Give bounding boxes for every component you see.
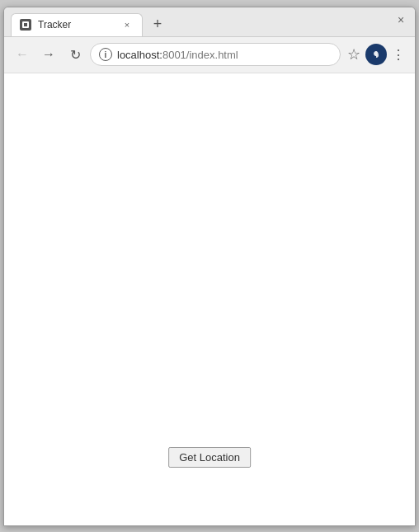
nav-bar: ← → ↻ i localhost:8001/index.html ☆ [4, 37, 415, 73]
active-tab[interactable]: Tracker × [11, 13, 143, 36]
window-close-button[interactable]: × [393, 12, 408, 27]
address-port-path: 8001/index.html [162, 49, 238, 61]
fedora-icon[interactable] [365, 44, 387, 65]
new-tab-button[interactable]: + [146, 13, 169, 36]
reload-button[interactable]: ↻ [64, 43, 87, 66]
title-bar: Tracker × + × [4, 7, 415, 37]
page-content: Get Location [4, 73, 415, 525]
nav-actions: ☆ ⋮ [344, 42, 408, 67]
tab-close-button[interactable]: × [120, 18, 134, 31]
browser-window: Tracker × + × ← → ↻ i localhost:8001/ind… [3, 7, 416, 526]
info-icon: i [99, 48, 112, 61]
tab-label: Tracker [38, 19, 114, 31]
tab-favicon [20, 19, 31, 31]
menu-icon[interactable]: ⋮ [388, 44, 408, 66]
forward-button[interactable]: → [37, 43, 60, 66]
forward-icon: → [42, 47, 55, 62]
reload-icon: ↻ [70, 47, 81, 63]
get-location-button[interactable]: Get Location [168, 447, 251, 468]
back-icon: ← [16, 47, 29, 62]
address-bar[interactable]: i localhost:8001/index.html [90, 43, 341, 66]
address-text: localhost:8001/index.html [117, 49, 238, 61]
address-protocol: localhost: [117, 49, 162, 61]
bookmark-icon[interactable]: ☆ [344, 42, 364, 67]
back-button[interactable]: ← [11, 43, 34, 66]
